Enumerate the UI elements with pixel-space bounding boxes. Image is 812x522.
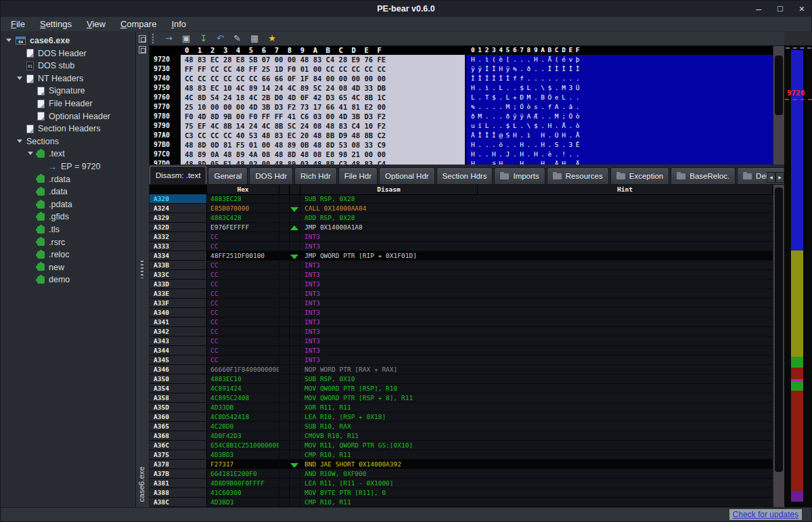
disasm-hex[interactable]: CC: [207, 289, 279, 298]
disasm-hex[interactable]: 654C8B1C2510000000: [207, 441, 279, 450]
disasm-hex[interactable]: CC: [207, 346, 279, 355]
restore-dock-icon[interactable]: [139, 46, 146, 53]
disasm-row[interactable]: A33C CC INT3: [150, 270, 773, 280]
disasm-address[interactable]: A378: [150, 460, 207, 469]
disasm-address[interactable]: A332: [150, 232, 207, 241]
disasm-hex[interactable]: CC: [207, 270, 279, 279]
tree-item[interactable]: .pdata: [1, 198, 135, 211]
disasm-hex[interactable]: 4D0F42D3: [207, 431, 279, 440]
disasm-row[interactable]: A344 CC INT3: [150, 346, 773, 355]
hex-byte-row[interactable]: 48 83 EC 28 E8 5B 07 00 00 48 83 C4 28 E…: [181, 55, 465, 64]
disasm-hex[interactable]: 4883EC28: [207, 194, 279, 203]
disasm-instruction[interactable]: MOV QWORD PTR [RSP], R10: [300, 384, 478, 393]
disasm-instruction[interactable]: INT3: [300, 289, 478, 298]
disasm-instruction[interactable]: INT3: [300, 242, 478, 251]
ascii-row[interactable]: H..H.J.H.H.è.!..: [466, 150, 773, 159]
disasm-hex[interactable]: 4C2BD0: [207, 422, 279, 431]
disasm-hex[interactable]: CC: [207, 336, 279, 345]
disasm-hex[interactable]: CC: [207, 280, 279, 288]
disasm-hex[interactable]: 4C891424: [207, 384, 279, 393]
hex-byte-row[interactable]: FF FF CC CC 48 FF 25 1D F0 01 00 CC CC C…: [181, 64, 465, 74]
disasm-address[interactable]: A358: [150, 393, 207, 402]
ascii-row[interactable]: ÿÿÌÌHÿ%.ð..ÌÌÌÌÌ: [466, 64, 773, 74]
disasm-hex[interactable]: 48FF251DF00100: [207, 251, 279, 260]
ascii-row[interactable]: H...õ..H..H.S.3É: [466, 140, 773, 150]
hex-byte-row[interactable]: 4C 8D 54 24 18 4C 2B D0 4D 0F 42 D3 65 4…: [181, 93, 465, 102]
disasm-hex[interactable]: CC: [207, 308, 279, 317]
disasm-row[interactable]: A350 4883EC10 SUB RSP, 0X10: [150, 374, 773, 384]
tree-item[interactable]: Sections: [1, 135, 135, 148]
disasm-hex[interactable]: CC: [207, 318, 279, 326]
disasm-instruction[interactable]: CMP R10, R11: [300, 450, 478, 459]
pin-icon[interactable]: ✎: [233, 33, 241, 44]
disasm-hex[interactable]: CC: [207, 242, 279, 251]
tab[interactable]: DOS Hdr: [249, 167, 293, 184]
tree-item[interactable]: new: [1, 261, 135, 274]
hex-byte-row[interactable]: 75 EF 4C 8B 14 24 4C 8B 5C 24 08 48 83 C…: [181, 121, 465, 131]
disasm-address[interactable]: A33D: [150, 280, 207, 288]
minimap-segment[interactable]: [791, 491, 803, 502]
ascii-row[interactable]: %....M;Óòs.fA.â.: [466, 102, 773, 112]
disasm-address[interactable]: A346: [150, 365, 207, 374]
ascii-row[interactable]: ðM...ðÿÿAÆ..M;Óò: [466, 112, 773, 121]
tree-item[interactable]: .rsrc: [1, 236, 135, 249]
disasm-hex[interactable]: CC: [207, 299, 279, 307]
scrollbar-thumb[interactable]: [775, 188, 783, 472]
menu-item[interactable]: Info: [164, 18, 194, 30]
tab-scroll-left-icon[interactable]: ◀: [767, 172, 775, 183]
disasm-row[interactable]: A33F CC INT3: [150, 299, 773, 308]
disasm-instruction[interactable]: INT3: [300, 270, 478, 279]
disasm-instruction[interactable]: SUB RSP, 0X28: [300, 194, 478, 203]
disasm-address[interactable]: A388: [150, 488, 207, 497]
disasm-hex[interactable]: 4D3BD3: [207, 450, 279, 459]
tree-item[interactable]: .reloc: [1, 248, 135, 261]
disasm-row[interactable]: A358 4C895C2408 MOV QWORD PTR [RSP + 8],…: [150, 393, 773, 403]
ascii-panel[interactable]: 0123456789ABCDEF H.ì(è[...H.Ä(évþ ÿÿÌÌHÿ…: [465, 46, 773, 165]
maximize-button[interactable]: □: [777, 4, 783, 14]
disasm-address[interactable]: A33B: [150, 261, 207, 269]
tab[interactable]: File Hdr: [338, 167, 378, 184]
disasm-address[interactable]: A324: [150, 204, 207, 213]
undo-icon[interactable]: ↶: [217, 33, 224, 44]
disasm-address[interactable]: A360: [150, 412, 207, 421]
minimap-bar[interactable]: [791, 50, 803, 502]
disasm-hex[interactable]: 664181E200F0: [207, 469, 279, 478]
menu-item[interactable]: File: [3, 18, 32, 30]
disasm-address[interactable]: A320: [150, 194, 207, 203]
disasm-row[interactable]: A332 CC INT3: [150, 232, 773, 242]
disasm-instruction[interactable]: INT3: [300, 299, 478, 307]
disasm-address[interactable]: A329: [150, 213, 207, 222]
disasm-row[interactable]: A354 4C891424 MOV QWORD PTR [RSP], R10: [150, 384, 773, 393]
save-icon[interactable]: ↧: [200, 33, 207, 44]
disasm-row[interactable]: A33D CC INT3: [150, 280, 773, 289]
disasm-instruction[interactable]: SUB RSP, 0X10: [300, 374, 478, 383]
disasm-instruction[interactable]: INT3: [300, 232, 478, 241]
expander-icon[interactable]: [17, 72, 26, 85]
disasm-instruction[interactable]: AND R10W, 0XF000: [300, 469, 478, 478]
hex-byte-row[interactable]: 48 8D 0D 81 F5 01 00 48 89 0B 48 8D 53 0…: [181, 140, 465, 150]
goto-arrow-icon[interactable]: →: [165, 33, 173, 44]
disasm-row[interactable]: A368 4D0F42D3 CMOVB R10, R11: [150, 431, 773, 441]
menu-item[interactable]: Settings: [32, 18, 79, 30]
disasm-row[interactable]: A33E CC INT3: [150, 289, 773, 299]
menu-item[interactable]: View: [79, 18, 113, 30]
disasm-address[interactable]: A334: [150, 251, 207, 260]
minimap-segment[interactable]: [791, 50, 803, 251]
disasm-hex[interactable]: E85B070000: [207, 204, 279, 213]
disasm-instruction[interactable]: JMP QWORD PTR [RIP + 0X1F01D]: [300, 251, 478, 260]
disasm-hex[interactable]: CC: [207, 355, 279, 364]
disasm-instruction[interactable]: INT3: [300, 346, 478, 355]
minimap-segment[interactable]: [791, 357, 803, 368]
disasm-row[interactable]: A38C 4D3BD3 CMP R10, R11: [150, 498, 773, 507]
tree-item[interactable]: EP = 9720: [1, 160, 135, 173]
disasm-row[interactable]: A341 CC INT3: [150, 318, 773, 327]
disasm-row[interactable]: A388 41C60300 MOV BYTE PTR [R11], 0: [150, 488, 773, 498]
disasm-instruction[interactable]: CMOVB R10, R11: [300, 431, 478, 440]
hex-byte-row[interactable]: 48 89 0A 48 89 4A 08 48 8D 48 08 E8 98 2…: [181, 150, 465, 159]
disasm-instruction[interactable]: CALL 0X14000AA84: [300, 204, 478, 213]
minimap-segment[interactable]: [791, 382, 803, 391]
disasm-address[interactable]: A38C: [150, 498, 207, 506]
expander-icon[interactable]: [6, 35, 16, 47]
disasm-row[interactable]: A320 4883EC28 SUB RSP, 0X28: [150, 194, 773, 204]
disasm-instruction[interactable]: INT3: [300, 327, 478, 336]
